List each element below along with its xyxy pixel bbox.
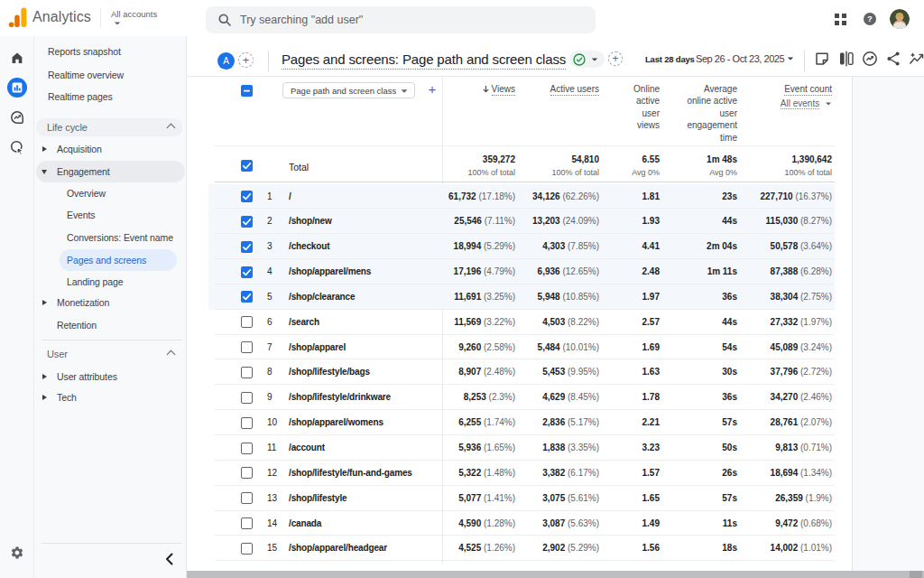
select-all-checkbox[interactable] [241, 85, 253, 97]
row-checkbox[interactable] [241, 341, 253, 353]
advertising-icon[interactable] [10, 110, 24, 125]
sidebar-item-tech[interactable]: Tech [34, 387, 187, 408]
row-checkbox[interactable] [241, 291, 253, 303]
add-dimension-button[interactable]: + [424, 81, 440, 98]
sidebar-item-retention[interactable]: Retention [34, 314, 187, 336]
sidebar-item-engagement[interactable]: Engagement [34, 161, 187, 182]
views-cell: 18,994 (5.29%) [454, 234, 515, 259]
row-checkbox[interactable] [241, 266, 253, 278]
page-path: /account [289, 435, 325, 461]
report-status-chip[interactable] [569, 51, 605, 68]
views-cell: 6,255 (1.74%) [458, 410, 515, 435]
row-index: 10 [267, 410, 277, 435]
date-range-picker[interactable]: Sep 26 - Oct 23, 2025 [696, 53, 784, 64]
avatar[interactable] [890, 9, 910, 29]
sidebar-item-acquisition[interactable]: Acquisition [34, 138, 187, 160]
insights-icon[interactable] [909, 51, 924, 67]
sidebar-item-events[interactable]: Events [34, 204, 187, 226]
row-checkbox[interactable] [241, 417, 253, 429]
engagement-time-cell: 36s [722, 385, 737, 410]
table-row: 12/shop/lifestyle/fun-and-games5,322 (1.… [187, 461, 852, 486]
views-cell: 4,590 (1.28%) [458, 511, 515, 536]
anomaly-icon[interactable] [862, 51, 878, 67]
green-check-icon [573, 53, 586, 66]
table-row: 4/shop/apparel/mens17,196 (4.79%)6,936 (… [187, 259, 852, 284]
add-report-tab-button[interactable]: + [608, 51, 623, 66]
divider [804, 50, 805, 71]
column-header-views[interactable]: Views [482, 83, 516, 95]
home-icon[interactable] [10, 51, 24, 65]
sidebar-item-user-attributes[interactable]: User attributes [34, 366, 187, 387]
sidebar-item-life-cycle[interactable]: Life cycle [34, 117, 187, 138]
sidebar-item-label: Tech [57, 387, 77, 408]
table-row: 1/61,732 (17.18%)34,126 (62.26%)1.8123s2… [187, 184, 852, 210]
horizontal-scrollbar[interactable] [187, 571, 924, 578]
row-checkbox[interactable] [241, 443, 253, 454]
divider [215, 145, 835, 146]
active-users-cell: 5,948 (10.85%) [538, 284, 599, 310]
total-checkbox[interactable] [241, 160, 253, 172]
online-views-cell: 2.48 [642, 259, 660, 284]
row-checkbox[interactable] [241, 316, 253, 328]
sort-desc-icon [482, 85, 490, 93]
account-switcher[interactable]: All accounts [111, 7, 174, 31]
views-cell: 17,196 (4.79%) [454, 259, 515, 284]
engagement-time-cell: 50s [722, 435, 737, 461]
note-icon[interactable] [814, 51, 830, 67]
share-icon[interactable] [885, 51, 901, 67]
row-checkbox[interactable] [241, 517, 253, 529]
sidebar-item-pages-and-screens[interactable]: Pages and screens [34, 249, 187, 271]
event-count-cell: 45,089 (3.24%) [771, 335, 832, 360]
row-checkbox[interactable] [241, 367, 253, 378]
row-checkbox[interactable] [241, 492, 253, 504]
report-title[interactable]: Pages and screens: Page path and screen … [282, 51, 566, 70]
row-checkbox[interactable] [241, 216, 253, 228]
add-comparison-button[interactable]: + [238, 52, 254, 68]
views-cell: 5,077 (1.41%) [458, 486, 515, 511]
sidebar-item-label: Landing page [67, 271, 123, 293]
sidebar-item-label: Reports snapshot [48, 41, 121, 62]
sidebar-item-user[interactable]: User [34, 343, 187, 365]
google-analytics-logo-icon[interactable] [8, 7, 28, 29]
table-row: 2/shop/new25,546 (7.11%)13,203 (24.09%)1… [187, 209, 852, 234]
sidebar-item-monetization[interactable]: Monetization [34, 292, 187, 313]
reports-icon[interactable] [7, 78, 27, 98]
row-checkbox[interactable] [241, 191, 253, 202]
page-path: /shop/lifestyle/fun-and-games [289, 461, 412, 486]
column-header-active-users[interactable]: Active users [550, 83, 599, 95]
admin-gear-icon[interactable] [10, 545, 24, 560]
event-count-cell: 37,796 (2.72%) [771, 359, 832, 385]
apps-grid-icon[interactable] [835, 14, 846, 25]
online-views-cell: 1.97 [642, 284, 660, 310]
sidebar-item-realtime-pages[interactable]: Realtime pages [34, 86, 187, 107]
row-checkbox[interactable] [241, 241, 253, 253]
sidebar-item-realtime-overview[interactable]: Realtime overview [34, 64, 187, 86]
explore-icon[interactable] [10, 140, 24, 154]
comparison-badge[interactable]: A [217, 52, 235, 70]
row-checkbox[interactable] [241, 392, 253, 404]
active-users-cell: 3,087 (5.63%) [542, 511, 599, 536]
row-index: 15 [267, 536, 277, 561]
active-users-cell: 3,075 (5.61%) [542, 486, 599, 511]
page-path: /shop/apparel/headgear [289, 536, 387, 561]
search-input[interactable]: Try searching "add user" [206, 6, 596, 33]
sidebar-item-reports-snapshot[interactable]: Reports snapshot [34, 41, 187, 62]
page-path: /shop/clearance [289, 284, 355, 310]
collapse-sidebar-button[interactable] [160, 549, 180, 569]
engagement-time-cell: 57s [722, 410, 737, 435]
column-header-event-count[interactable]: Event count All events [781, 83, 832, 109]
online-views-cell: 1.57 [642, 461, 660, 486]
search-icon [217, 13, 232, 27]
row-checkbox[interactable] [241, 543, 253, 555]
active-users-cell: 4,303 (7.85%) [542, 234, 599, 259]
online-views-cell: 4.41 [642, 234, 660, 259]
column-header-online-views[interactable]: Onlineactiveuserviews [633, 83, 660, 132]
column-header-avg-engagement[interactable]: Averageonline activeuserengagementtime [687, 83, 737, 144]
sidebar-item-overview[interactable]: Overview [34, 182, 187, 204]
help-icon[interactable]: ? [864, 13, 876, 25]
row-checkbox[interactable] [241, 467, 253, 479]
sidebar-item-landing-page[interactable]: Landing page [34, 271, 187, 293]
comparisons-icon[interactable] [838, 51, 855, 67]
dimension-selector[interactable]: Page path and screen class [282, 82, 415, 98]
sidebar-item-conversions-event-name[interactable]: Conversions: Event name [34, 227, 187, 248]
